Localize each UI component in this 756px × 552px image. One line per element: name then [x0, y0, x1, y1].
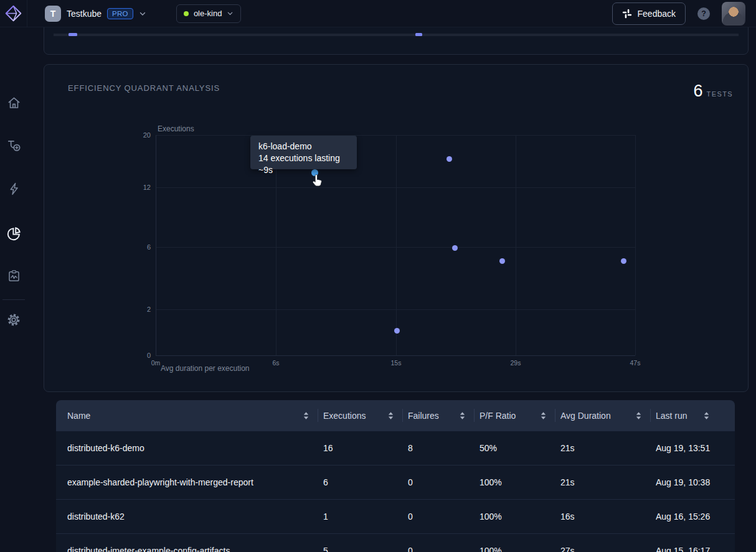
cell-value: Aug 19, 10:38 — [656, 477, 724, 487]
chevron-down-icon — [139, 10, 146, 17]
pie-chart-icon — [6, 226, 22, 241]
column-header-p-f-ratio[interactable]: P/F Ratio — [480, 400, 560, 431]
cell-value: 6 — [323, 477, 408, 487]
column-header-executions[interactable]: Executions — [323, 400, 408, 431]
table-header-row: NameExecutionsFailuresP/F RatioAvg Durat… — [56, 400, 735, 431]
pro-badge: PRO — [107, 8, 133, 19]
sidebar-item-insights[interactable] — [6, 225, 22, 241]
chart-tooltip: k6-load-demo 14 executions lasting ~9s — [250, 136, 357, 169]
report-clipboard-icon — [7, 269, 21, 283]
sort-icon — [459, 411, 466, 420]
org-name: Testkube — [67, 9, 102, 19]
cell-value: 50% — [480, 443, 560, 453]
home-icon — [7, 96, 21, 110]
tooltip-subtitle: 14 executions lasting ~9s — [258, 152, 349, 176]
org-avatar: T — [45, 6, 61, 22]
mini-chart-baseline — [54, 34, 739, 36]
column-header-avg-duration[interactable]: Avg Duration — [560, 400, 656, 431]
mini-chart-bar — [415, 33, 422, 36]
sort-icon — [540, 411, 547, 420]
sidebar — [0, 27, 27, 552]
sidebar-item-reports[interactable] — [6, 268, 22, 284]
cell-value: Aug 16, 15:26 — [656, 512, 724, 522]
table-row[interactable]: example-sharded-playwright-with-merged-r… — [56, 465, 735, 499]
table-row[interactable]: distributed-jmeter-example-config-artifa… — [56, 533, 735, 552]
cell-value: 16 — [323, 443, 408, 453]
top-bar: T Testkube PRO ole-kind Feedba — [0, 0, 756, 27]
tests-count-unit: TESTS — [707, 90, 733, 98]
column-label: Last run — [656, 411, 687, 421]
column-header-last-run[interactable]: Last run — [656, 400, 724, 431]
pointer-cursor-icon — [311, 174, 324, 190]
sidebar-item-home[interactable] — [6, 95, 22, 111]
column-label: Executions — [323, 411, 366, 421]
cell-value: 0 — [408, 546, 480, 552]
cell-value: Aug 19, 13:51 — [656, 443, 724, 453]
table-row[interactable]: distributed-k6-demo16850%21sAug 19, 13:5… — [56, 431, 735, 465]
sidebar-item-settings[interactable] — [6, 312, 22, 328]
question-mark-icon: ? — [701, 9, 706, 18]
testkube-logo-icon — [5, 5, 22, 22]
cell-value: 1 — [323, 512, 408, 522]
sort-icon — [703, 411, 710, 420]
cell-value: 100% — [480, 477, 560, 487]
cell-name: example-sharded-playwright-with-merged-r… — [67, 477, 323, 487]
workflow-add-icon — [6, 138, 21, 153]
card-title: EFFICIENCY QUADRANT ANALYSIS — [68, 83, 220, 93]
column-label: Avg Duration — [560, 411, 611, 421]
column-label: Failures — [408, 411, 439, 421]
environment-selector[interactable]: ole-kind — [176, 4, 242, 23]
lightning-icon — [7, 182, 21, 196]
tests-count-number: 6 — [694, 82, 703, 101]
table-row[interactable]: distributed-k6210100%16sAug 16, 15:26 — [56, 499, 735, 533]
cell-value: 21s — [560, 443, 656, 453]
cell-value: Aug 15, 16:17 — [656, 546, 724, 552]
cell-value: 27s — [560, 546, 656, 552]
table-body: distributed-k6-demo16850%21sAug 19, 13:5… — [56, 431, 735, 552]
chevron-down-icon — [227, 10, 234, 17]
user-avatar[interactable] — [722, 2, 745, 26]
tests-count: 6 TESTS — [694, 82, 733, 101]
cell-value: 100% — [480, 512, 560, 522]
cell-value: 0 — [408, 512, 480, 522]
sort-icon — [303, 411, 309, 420]
cell-value: 21s — [560, 477, 656, 487]
help-button[interactable]: ? — [697, 7, 710, 20]
sidebar-item-executions[interactable] — [6, 180, 22, 197]
cell-name: distributed-k62 — [67, 512, 323, 522]
feedback-label: Feedback — [638, 9, 676, 19]
cell-value: 16s — [560, 512, 656, 522]
tooltip-title: k6-load-demo — [258, 141, 349, 152]
feedback-button[interactable]: Feedback — [612, 2, 686, 25]
sidebar-item-test-workflows[interactable] — [6, 138, 22, 154]
sidebar-divider — [2, 299, 25, 300]
cell-value: 100% — [480, 546, 560, 552]
column-label: Name — [67, 411, 90, 421]
sort-icon — [635, 411, 642, 420]
sort-icon — [387, 411, 394, 420]
page-root: T Testkube PRO ole-kind Feedba — [0, 0, 756, 552]
env-name: ole-kind — [194, 9, 222, 18]
cell-name: distributed-k6-demo — [67, 443, 323, 453]
tests-table: NameExecutionsFailuresP/F RatioAvg Durat… — [56, 400, 735, 552]
gear-icon — [6, 312, 21, 327]
cell-value: 0 — [408, 477, 480, 487]
column-header-name[interactable]: Name — [67, 400, 323, 431]
column-header-failures[interactable]: Failures — [408, 400, 480, 431]
testkube-logo[interactable] — [0, 0, 27, 27]
env-status-dot — [184, 11, 189, 16]
cell-value: 5 — [323, 546, 408, 552]
cell-value: 8 — [408, 443, 480, 453]
slack-icon — [622, 9, 632, 19]
cell-name: distributed-jmeter-example-config-artifa… — [67, 546, 323, 552]
org-switcher[interactable]: T Testkube PRO — [45, 6, 146, 22]
efficiency-quadrant-card: EFFICIENCY QUADRANT ANALYSIS 6 TESTS — [44, 64, 749, 392]
mini-chart-bar — [69, 33, 77, 36]
column-label: P/F Ratio — [480, 411, 516, 421]
